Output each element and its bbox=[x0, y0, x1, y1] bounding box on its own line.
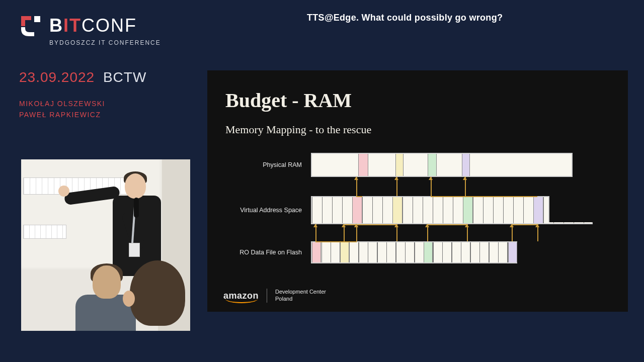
event-venue: BCTW bbox=[103, 69, 146, 85]
slide-footer: amazon Development Center Poland bbox=[223, 289, 326, 303]
speaker-2: PAWEŁ RAPKIEWICZ bbox=[19, 109, 105, 120]
event-date-venue: 23.09.2022 BCTW bbox=[19, 69, 146, 85]
mapping-arrows-lower bbox=[311, 224, 610, 241]
conference-logo: BITCONF BYDGOSZCZ IT CONFERENCE bbox=[19, 14, 161, 46]
page-segment-icon bbox=[462, 154, 470, 176]
row-label-virtual-address: Virtual Address Space bbox=[225, 207, 311, 214]
logo-letters-it: IT bbox=[63, 15, 82, 36]
footer-dept-line2: Poland bbox=[275, 296, 326, 303]
page-segment-icon bbox=[424, 242, 433, 262]
page-segment-icon bbox=[352, 197, 362, 223]
logo-word-conf: CONF bbox=[82, 15, 137, 36]
page-segment-icon bbox=[428, 154, 437, 176]
talk-title: TTS@Edge. What could possibly go wrong? bbox=[307, 13, 503, 23]
logo-subtitle: BYDGOSZCZ IT CONFERENCE bbox=[49, 39, 161, 46]
ro-data-file-bar bbox=[311, 241, 517, 263]
memory-mapping-diagram: Physical RAM Virtual Address Space bbox=[225, 153, 610, 277]
slide-subtitle: Memory Mapping - to the rescue bbox=[225, 123, 610, 136]
audience-figure bbox=[110, 260, 191, 332]
divider-icon bbox=[267, 289, 267, 303]
page-segment-icon bbox=[533, 197, 543, 223]
page-segment-icon bbox=[463, 197, 473, 223]
footer-dept-line1: Development Center bbox=[275, 289, 326, 296]
amazon-logo: amazon bbox=[223, 291, 259, 301]
stage: TTS@Edge. What could possibly go wrong? … bbox=[0, 0, 644, 362]
page-segment-icon bbox=[312, 242, 321, 262]
speakers-block: MIKOŁAJ OLSZEWSKI PAWEŁ RAPKIEWICZ bbox=[19, 98, 105, 121]
row-label-physical-ram: Physical RAM bbox=[225, 161, 311, 168]
logo-mark-icon bbox=[19, 14, 42, 37]
svg-rect-0 bbox=[34, 16, 40, 22]
page-segment-icon bbox=[358, 154, 368, 176]
slide-title: Budget - RAM bbox=[225, 88, 610, 112]
virtual-address-bar bbox=[311, 196, 593, 224]
page-segment-icon bbox=[508, 242, 517, 262]
speaker-1: MIKOŁAJ OLSZEWSKI bbox=[19, 98, 105, 109]
page-segment-icon bbox=[340, 242, 349, 262]
page-segment-icon bbox=[395, 154, 404, 176]
slide-panel: Budget - RAM Memory Mapping - to the res… bbox=[207, 70, 628, 312]
mapping-arrows-upper bbox=[311, 177, 610, 196]
physical-ram-bar bbox=[311, 153, 573, 177]
logo-wordmark: BITCONF bbox=[49, 17, 137, 35]
logo-letter-b: B bbox=[49, 15, 63, 36]
event-date: 23.09.2022 bbox=[19, 69, 95, 85]
page-segment-icon bbox=[392, 197, 403, 223]
camera-feed bbox=[20, 158, 191, 332]
row-label-ro-data-file: RO Data File on Flash bbox=[225, 249, 311, 256]
